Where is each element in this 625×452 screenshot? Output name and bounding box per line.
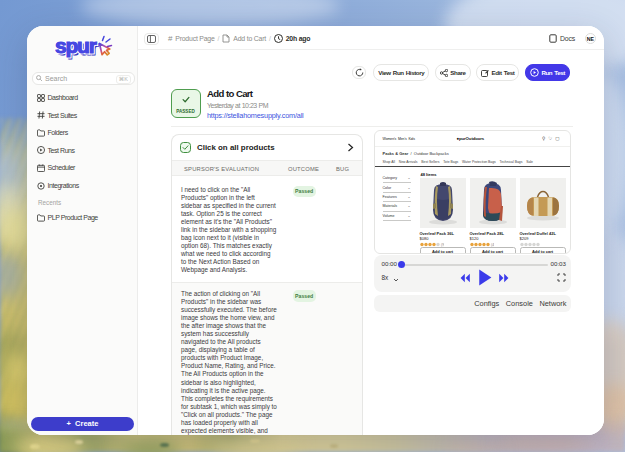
svg-text:spur: spur: [55, 34, 97, 57]
svg-text:(9): (9): [441, 243, 444, 247]
svg-text:(4): (4): [491, 243, 494, 247]
